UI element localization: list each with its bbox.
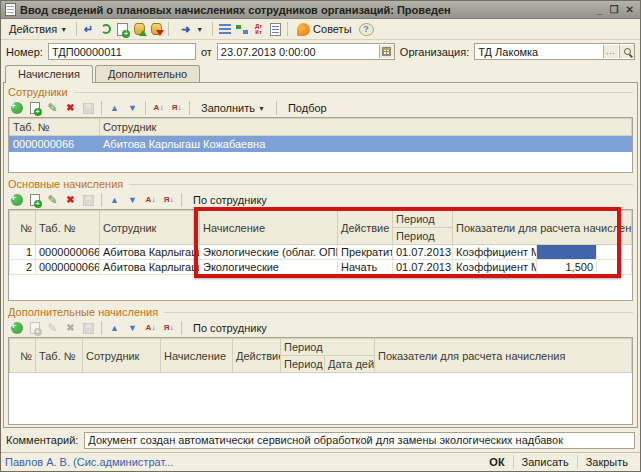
sort-desc-icon[interactable]: Я↓ [161,193,176,208]
edit-row-icon[interactable]: ✎ [45,193,60,208]
date-field[interactable]: 23.07.2013 0:00:00 [217,43,395,60]
col-header-num[interactable]: № [10,211,36,245]
pick-button[interactable]: Подбор [282,101,333,115]
chevron-down-icon: ▼ [60,26,67,33]
dt-kt-postings-icon[interactable]: ДтКт [251,22,266,37]
sort-asc-icon[interactable]: А↓ [143,321,158,336]
move-up-icon[interactable]: ▲ [107,321,122,336]
fill-button[interactable]: Заполнить ▼ [195,101,271,115]
col-header-tab-no[interactable]: Таб. № [36,339,83,373]
comment-field[interactable]: Документ создан автоматически сервисной … [84,432,635,449]
add-row-icon[interactable]: + [9,321,24,336]
move-down-icon[interactable]: ▼ [125,193,140,208]
save-icon[interactable] [81,193,96,208]
col-header-period-group[interactable]: Период [281,339,375,356]
col-header-accrual[interactable]: Начисление [200,211,338,245]
sort-asc-icon[interactable]: А↓ [143,193,158,208]
unpost-document-icon[interactable] [149,22,164,37]
col-header-num[interactable]: № [10,339,36,373]
post-document-icon[interactable] [132,22,147,37]
delete-row-icon[interactable]: ✖ [63,193,78,208]
move-up-icon[interactable]: ▲ [107,101,122,116]
responsible-user-link[interactable]: Павлов А. В. (Сис.администрат... [5,456,481,468]
write-button[interactable]: Записать [513,455,577,469]
document-list-icon[interactable] [217,22,232,37]
col-header-period-group[interactable]: Период [393,211,453,228]
main-accruals-section-title: Основные начисления [8,177,633,191]
copy-row-icon[interactable]: + [27,193,42,208]
add-row-icon[interactable]: + [9,193,24,208]
accruals-tab-panel: Сотрудники + + ✎ ✖ ▲ ▼ А↓ Я↓ Заполнить ▼… [3,82,638,428]
tab-accruals[interactable]: Начисления [5,65,93,83]
employees-section-title: Сотрудники [8,85,633,99]
help-icon[interactable]: ? [359,23,374,36]
number-field[interactable]: ТДП00000011 [48,43,196,60]
delete-row-icon[interactable]: ✖ [63,321,78,336]
main-accruals-table: № Таб. № Сотрудник Начисление Действие П… [8,209,633,301]
separator [181,193,182,207]
col-header-employee[interactable]: Сотрудник [83,339,161,373]
tips-button[interactable]: Советы [292,21,356,38]
col-header-employee[interactable]: Сотрудник [100,211,200,245]
save-icon[interactable] [81,101,96,116]
ok-button[interactable]: ОК [481,455,512,469]
go-to-button[interactable]: ➜ ▼ [173,20,208,39]
table-row[interactable]: 1 0000000066 Абитова Карлыгаш К... Эколо… [10,245,632,260]
comment-row: Комментарий: Документ создан автоматичес… [1,428,640,452]
sort-desc-icon[interactable]: Я↓ [161,321,176,336]
new-copy-icon[interactable]: + [115,22,130,37]
move-up-icon[interactable]: ▲ [107,193,122,208]
move-down-icon[interactable]: ▼ [125,321,140,336]
add-row-icon[interactable]: + [9,101,24,116]
post-and-close-icon[interactable]: ↵ [81,22,96,37]
sort-desc-icon[interactable]: Я↓ [169,101,184,116]
document-window: Ввод сведений о плановых начислениях сот… [0,0,641,472]
refresh-icon[interactable] [98,22,113,37]
col-header-period[interactable]: Период [281,356,325,373]
chevron-down-icon: ▼ [196,26,203,33]
col-header-indicators[interactable]: Показатели для расчета начисления [375,339,632,373]
by-employee-button[interactable]: По сотруднику [187,193,273,207]
calendar-icon[interactable] [379,45,394,58]
col-header-indicators[interactable]: Показатели для расчета начисления [453,211,632,245]
close-icon[interactable]: ✕ [626,4,634,15]
save-icon[interactable] [81,321,96,336]
col-header-period[interactable]: Период [393,228,453,245]
title-bar[interactable]: Ввод сведений о плановых начислениях сот… [1,1,640,19]
selected-cell[interactable] [537,245,597,260]
table-row[interactable]: 2 0000000066 Абитова Карлыгаш К... Эколо… [10,260,632,275]
col-header-tab-no[interactable]: Таб. № [10,119,100,136]
col-header-employee[interactable]: Сотрудник [100,119,632,136]
col-header-action[interactable]: Действие [338,211,393,245]
movement-report-icon[interactable] [268,22,283,37]
search-icon[interactable] [619,45,634,58]
separator [101,193,102,207]
additional-accruals-toolbar: + + ✎ ✖ ▲ ▼ А↓ Я↓ По сотруднику [8,319,633,337]
separator [76,22,77,36]
organization-field[interactable]: ТД Лакомка ... [474,43,635,60]
by-employee-button[interactable]: По сотруднику [187,321,273,335]
organization-label: Организация: [400,46,469,58]
move-down-icon[interactable]: ▼ [125,101,140,116]
tab-additional[interactable]: Дополнительно [95,65,200,82]
document-structure-icon[interactable] [234,22,249,37]
additional-accruals-section-title: Дополнительные начисления [8,305,633,319]
choose-icon[interactable]: ... [603,45,618,58]
actions-menu-button[interactable]: Действия ▼ [4,21,72,37]
col-header-tab-no[interactable]: Таб. № [36,211,100,245]
maximize-icon[interactable]: ❒ [610,4,619,15]
separator [168,22,169,36]
edit-row-icon[interactable]: ✎ [45,321,60,336]
employee-row[interactable]: 0000000066 Абитова Карлыгаш Кожабаевна [10,136,632,152]
edit-row-icon[interactable]: ✎ [45,101,60,116]
col-header-action[interactable]: Действие [233,339,281,373]
col-header-accrual[interactable]: Начисление [161,339,233,373]
col-header-action-date[interactable]: Дата дейст... [325,356,375,373]
copy-row-icon[interactable]: + [27,101,42,116]
sort-asc-icon[interactable]: А↓ [151,101,166,116]
document-icon [5,3,16,16]
delete-row-icon[interactable]: ✖ [63,101,78,116]
minimize-icon[interactable]: _ [597,4,603,15]
copy-row-icon[interactable]: + [27,321,42,336]
close-button[interactable]: Закрыть [577,455,636,469]
